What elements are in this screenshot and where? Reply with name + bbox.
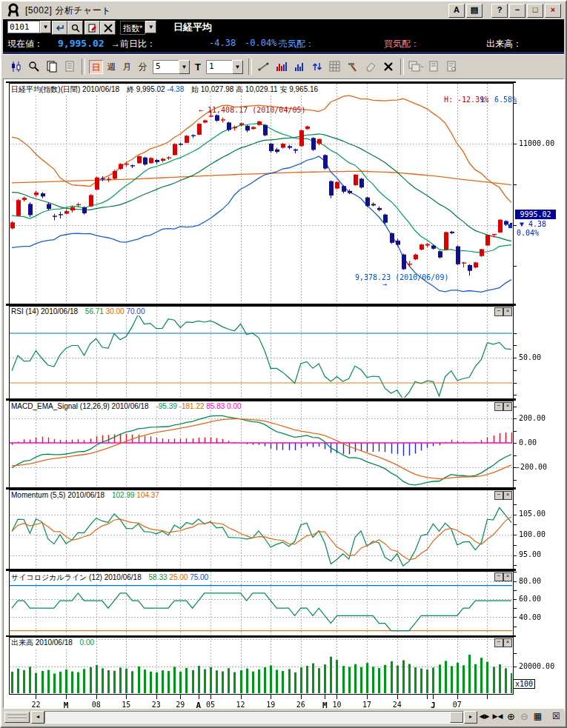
volume-close-button[interactable]: × xyxy=(503,638,512,647)
x-axis-label: 22 xyxy=(28,701,43,709)
rsi-panel-header: RSI (14) 2010/06/18 56.71 30.00 70.00 xyxy=(11,307,147,315)
x-axis-label: 23 xyxy=(149,701,164,709)
splitter-grip[interactable] xyxy=(4,712,30,723)
macd-axis-label-3: -200.00 xyxy=(516,463,547,471)
volume-axis-label: 20000.00 xyxy=(519,662,554,670)
compress-bars-button[interactable]: ▶◀ xyxy=(491,711,504,723)
rsi-minimize-button[interactable]: − xyxy=(494,307,503,316)
momentum-axis-label-2: 100.00 xyxy=(519,530,546,538)
volume-panel-header: 出来高 2010/06/18 0.00 xyxy=(11,638,96,648)
zoom-out-button[interactable]: ⊖ xyxy=(518,711,531,723)
x-axis-label: 05 xyxy=(203,701,218,709)
psych-axis-label-2: 60.00 xyxy=(519,595,541,603)
psych-axis-label-1: 80.00 xyxy=(519,577,541,585)
x-axis-label: 08 xyxy=(89,701,104,709)
volume-unit-label: x100 xyxy=(513,679,535,689)
low-price-annotation: 9,378.23 (2010/06/09) xyxy=(355,273,448,281)
scroll-left-button[interactable]: ◄ xyxy=(31,711,44,724)
momentum-panel-header: Momentum (5,5) 2010/06/18 102.99 104.37 xyxy=(11,491,162,499)
expand-bars-button[interactable]: ◀▶ xyxy=(478,711,491,723)
analysis-chart-window: [5002] 分析チャート A ▤ ? − □ × 0101 ▼ xyxy=(0,0,567,728)
psych-axis-label-3: 40.00 xyxy=(519,613,541,621)
scroll-right-button[interactable]: ► xyxy=(464,711,477,724)
rsi-close-button[interactable]: × xyxy=(503,307,512,316)
momentum-axis-label-1: 105.00 xyxy=(519,510,546,518)
low-percent-label: L: 6.58% xyxy=(481,96,517,104)
scrollbar-track[interactable] xyxy=(44,711,464,724)
close-chart-button[interactable]: ☒ xyxy=(550,711,563,723)
psych-panel-header: サイコロジカルライン (12) 2010/06/18 58.33 25.00 7… xyxy=(11,572,210,583)
macd-axis-label-1: 200.00 xyxy=(519,414,546,422)
x-axis-label: 17 xyxy=(359,701,374,709)
macd-minimize-button[interactable]: − xyxy=(494,402,503,411)
main-axis-label: 11000.00 xyxy=(519,139,554,147)
x-axis-label: 10 xyxy=(329,701,344,709)
macd-panel-header: MACD_EMA_Signal (12,26,9) 2010/06/18 -95… xyxy=(11,402,244,410)
low-arrow: → xyxy=(382,280,387,288)
x-axis-label: 15 xyxy=(119,701,133,709)
x-axis-label: 12 xyxy=(233,701,248,709)
momentum-close-button[interactable]: × xyxy=(503,491,512,500)
momentum-minimize-button[interactable]: − xyxy=(494,491,503,500)
volume-minimize-button[interactable]: − xyxy=(494,638,503,647)
bottom-scrollbar: ◄ ► ◀▶ ▶◀ ⊕ ⊖ ▦ ☒ xyxy=(3,709,564,725)
x-axis-label: 24 xyxy=(390,701,405,709)
price-tag-pct: 0.04% xyxy=(517,229,539,237)
main-panel-header: 日経平均(指数)(日間) 2010/06/18 終 9,995.02 -4.38… xyxy=(11,84,320,95)
macd-close-button[interactable]: × xyxy=(503,402,512,411)
zoom-in-button[interactable]: ⊕ xyxy=(505,711,517,723)
psych-minimize-button[interactable]: − xyxy=(494,572,503,581)
psych-close-button[interactable]: × xyxy=(503,572,512,581)
x-axis-label: 07 xyxy=(450,701,465,709)
x-axis-label: 26 xyxy=(294,701,308,709)
scrollbar-thumb[interactable] xyxy=(450,712,463,723)
current-price-tag: 9995.02 xyxy=(515,210,556,219)
macd-axis-label-2: 0.00 xyxy=(519,438,537,447)
rsi-axis-label: 50.00 xyxy=(519,353,541,361)
price-tag-change: ▼ 4.38 xyxy=(520,220,546,228)
high-price-annotation: ← 11,408.17 (2010/04/05) xyxy=(199,106,306,114)
x-axis-label: 29 xyxy=(173,701,188,709)
momentum-axis-label-3: 95.00 xyxy=(519,550,541,558)
grid-window-button[interactable]: ▦ xyxy=(531,711,544,723)
x-axis-label: 19 xyxy=(263,701,278,709)
